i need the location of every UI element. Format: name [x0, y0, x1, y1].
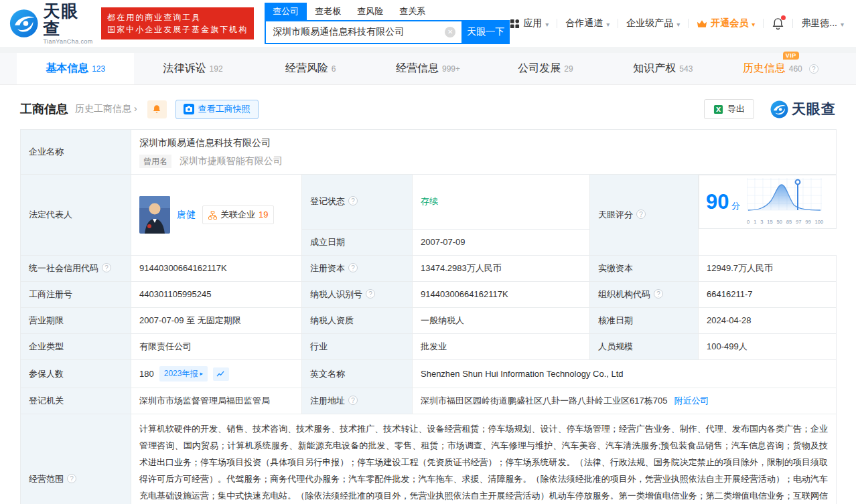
tab-label: 基本信息 [46, 62, 88, 76]
help-icon[interactable] [348, 196, 358, 205]
nav-item-user-menu[interactable]: 弗里德... [801, 17, 844, 29]
field-label-text: 注册地址 [310, 396, 345, 406]
tianyancha-logo-icon [770, 100, 788, 118]
field-label-text: 统一社会信用代码 [29, 263, 98, 273]
tab-business-info[interactable]: 经营信息 999+ [369, 53, 486, 84]
search-tab-relation[interactable]: 查关系 [391, 3, 433, 20]
trend-chart-button[interactable] [213, 367, 229, 381]
search-tab-risk[interactable]: 查风险 [349, 3, 391, 20]
monitor-alert-button[interactable] [147, 100, 167, 118]
tab-legal-litigation[interactable]: 法律诉讼 192 [134, 53, 251, 84]
notification-bell-button[interactable] [772, 17, 784, 30]
legal-rep-photo[interactable] [139, 196, 170, 234]
help-icon[interactable] [636, 209, 646, 219]
clear-search-icon[interactable] [445, 27, 455, 37]
search-tab-boss[interactable]: 查老板 [307, 3, 349, 20]
tab-company-development[interactable]: 公司发展 29 [487, 53, 604, 84]
annual-report-badge[interactable]: 2023年报 [159, 366, 208, 382]
field-label: 实缴资本 [590, 255, 699, 281]
help-icon[interactable] [366, 289, 375, 299]
nav-apps-label: 应用 [523, 17, 542, 29]
tick-label: 50 [777, 218, 782, 226]
table-row-registration-numbers: 工商注册号 440301105995245 纳税人识别号 91440300664… [21, 281, 837, 307]
score-marker-pin [796, 180, 800, 185]
field-label: 英文名称 [302, 360, 413, 388]
search-area: 查公司 查老板 查风险 查关系 天眼一下 [265, 3, 510, 44]
history-registration-link[interactable]: 历史工商信息 [75, 103, 137, 115]
search-input[interactable] [265, 20, 461, 44]
main-content: 工商信息 历史工商信息 查看工商快照 [0, 99, 856, 504]
tab-count: 192 [210, 64, 223, 74]
search-button[interactable]: 天眼一下 [461, 20, 510, 44]
nav-item-apps[interactable]: 应用 [510, 17, 549, 29]
nearby-companies-link[interactable]: 附近公司 [674, 396, 709, 406]
registration-authority: 深圳市市场监督管理局福田监管局 [131, 388, 302, 414]
legal-rep-name-link[interactable]: 唐健 [177, 207, 196, 222]
business-term: 2007-07-09 至 无固定期限 [131, 308, 302, 334]
field-label: 纳税人资质 [302, 308, 413, 334]
excel-icon: X [713, 104, 723, 114]
tab-count: 29 [564, 64, 573, 74]
tick-label: 85 [786, 218, 792, 226]
help-icon[interactable] [348, 396, 358, 405]
chevron-down-icon [676, 18, 680, 29]
table-row-insured: 参保人数 180 2023年报 英文名称 Shenzhen Shun Hui I… [21, 360, 837, 388]
tab-count: 6 [332, 64, 336, 74]
person-photo-placeholder [139, 196, 170, 234]
nav-enterprise-label: 企业级产品 [626, 17, 673, 29]
field-label: 参保人数 [21, 360, 131, 388]
tab-intellectual-property[interactable]: 知识产权 543 [604, 53, 721, 84]
tab-basic-info[interactable]: 基本信息 123 [17, 53, 134, 84]
divider [688, 19, 689, 28]
business-snapshot-button[interactable]: 查看工商快照 [175, 100, 259, 119]
field-label: 登记状态 [302, 175, 413, 229]
nav-item-enterprise[interactable]: 企业级产品 [626, 17, 680, 29]
top-header: 天眼查 TianYanCha.com 都在用的商业查询工具 国家中小企业发展子基… [0, 0, 856, 47]
nav-partner-label: 合作通道 [565, 17, 603, 29]
insured-count: 180 [139, 367, 154, 381]
tick-label: 15 [767, 218, 772, 226]
export-button-label: 导出 [727, 103, 745, 115]
field-label: 纳税人识别号 [302, 281, 413, 307]
field-label: 注册资本 [302, 255, 413, 281]
field-label: 法定代表人 [21, 175, 131, 255]
nav-vip-label: 开通会员 [711, 17, 748, 29]
field-label: 工商注册号 [21, 281, 131, 307]
tab-history-info[interactable]: 历史信息 VIP 460 [722, 53, 839, 84]
business-registration-table: 企业名称 深圳市顺易通信息科技有限公司 曾用名 深圳市捷顺智能有限公司 法定代表… [20, 129, 837, 504]
tab-label: 公司发展 [518, 62, 561, 76]
table-row-capital: 统一社会信用代码 91440300664162117K 注册资本 13474.2… [21, 255, 837, 281]
divider [557, 19, 557, 28]
nav-item-partner[interactable]: 合作通道 [565, 17, 610, 29]
tianyancha-logo[interactable]: 天眼查 TianYanCha.com [9, 2, 94, 46]
help-icon[interactable] [348, 263, 358, 272]
tab-label: 知识产权 [633, 62, 676, 76]
export-button[interactable]: X 导出 [704, 99, 754, 119]
divider [618, 19, 618, 28]
brand-domain: TianYanCha.com [44, 38, 95, 45]
nav-item-vip-upgrade[interactable]: 开通会员 [697, 17, 755, 29]
header-separator [0, 47, 856, 53]
help-icon[interactable] [102, 263, 111, 272]
vip-badge: VIP [783, 52, 799, 60]
slogan-line1: 都在用的商业查询工具 [107, 11, 248, 23]
tick-label: 100 [815, 218, 824, 226]
field-label-text: 组织机构代码 [598, 289, 650, 299]
field-label: 成立日期 [302, 229, 413, 255]
search-tabs: 查公司 查老板 查风险 查关系 [265, 3, 510, 20]
slogan-banner: 都在用的商业查询工具 国家中小企业发展子基金旗下机构 [101, 7, 254, 39]
related-companies-badge[interactable]: 关联企业 19 [202, 205, 274, 224]
business-scope-text: 计算机软硬件的开发、销售、技术咨询、技术服务、技术推广、技术转让、设备经营租赁；… [139, 420, 828, 504]
staff-size: 100-499人 [699, 334, 837, 360]
tab-count: 460 [789, 64, 802, 74]
chevron-down-icon [841, 18, 844, 29]
enterprise-type: 有限责任公司 [131, 334, 302, 360]
tianyancha-watermark: 天眼查 [770, 100, 836, 118]
tab-operation-risk[interactable]: 经营风险 6 [252, 53, 369, 84]
help-icon[interactable] [809, 64, 818, 74]
help-icon[interactable] [67, 474, 76, 483]
search-tab-company[interactable]: 查公司 [265, 3, 307, 20]
help-icon[interactable] [654, 289, 663, 299]
tick-label: 99 [805, 218, 810, 226]
tab-label: 历史信息 [743, 62, 786, 74]
